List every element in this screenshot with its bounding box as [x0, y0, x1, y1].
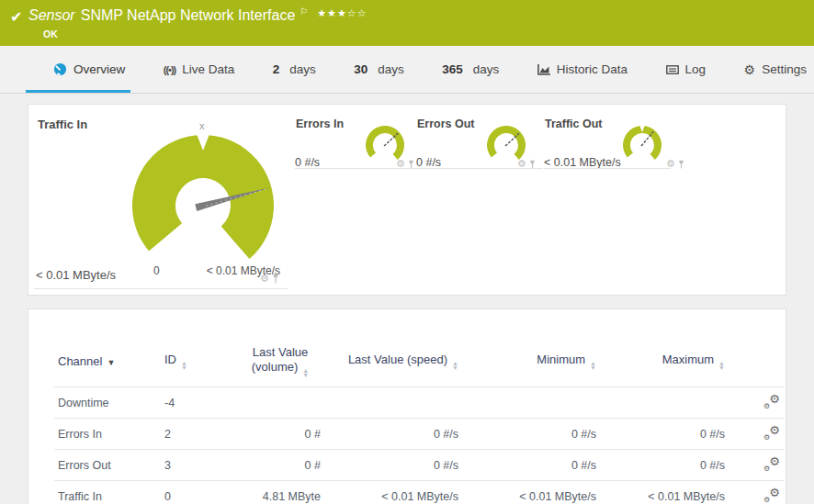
- channels-panel: Channel▼ ID▲▼ Last Value (volume)▲▼ Last…: [28, 308, 786, 504]
- edit-channel-gears-icon[interactable]: ⚙⚙: [763, 425, 780, 440]
- channel-volume: 4.81 MByte: [212, 481, 324, 504]
- traffic-in-gauge: [125, 132, 281, 270]
- tab-historic-data[interactable]: Historic Data: [537, 46, 627, 93]
- channel-maximum: 0 #/s: [600, 419, 729, 450]
- col-header-minimum-label: Minimum: [537, 353, 585, 366]
- gauge-errors-out-label: Errors Out: [417, 118, 475, 130]
- edit-channel-gears-icon[interactable]: ⚙⚙: [763, 487, 780, 502]
- tab-live-data-label: Live Data: [182, 62, 234, 76]
- sensor-tabbar: Overview ((•)) Live Data 2 days 30 days …: [0, 46, 814, 94]
- col-header-id-label: ID: [164, 353, 176, 366]
- col-header-maximum[interactable]: Maximum▲▼: [600, 339, 729, 387]
- gauge-errors-in-value: 0 #/s: [295, 156, 320, 169]
- channel-minimum: 0 #/s: [462, 419, 600, 450]
- tab-2-days-unit: days: [289, 62, 316, 76]
- priority-stars[interactable]: ★★★☆☆: [317, 7, 367, 18]
- gauge-errors-in-label: Errors In: [296, 118, 344, 130]
- gauge-traffic-in-label: Traffic In: [38, 118, 87, 131]
- pin-icon[interactable]: [678, 160, 684, 169]
- tab-log[interactable]: Log: [666, 46, 707, 93]
- channel-minimum: 0 #/s: [462, 450, 600, 481]
- channel-maximum: [600, 387, 729, 419]
- channel-name[interactable]: Errors Out: [54, 450, 161, 481]
- channel-id: -4: [161, 387, 212, 419]
- table-row-traffic-in[interactable]: Traffic In 0 4.81 MByte < 0.01 MByte/s <…: [54, 481, 784, 504]
- col-header-volume-line2: (volume): [252, 360, 299, 374]
- table-row-downtime[interactable]: Downtime -4 ⚙⚙: [54, 387, 784, 419]
- table-header-row: Channel▼ ID▲▼ Last Value (volume)▲▼ Last…: [54, 339, 784, 387]
- tab-365-days-number: 365: [442, 62, 463, 76]
- pin-icon[interactable]: [408, 160, 414, 169]
- table-row-errors-out[interactable]: Errors Out 3 0 # 0 #/s 0 #/s 0 #/s ⚙⚙: [54, 450, 784, 481]
- tab-historic-data-label: Historic Data: [557, 62, 627, 76]
- historic-chart-icon: [537, 64, 550, 75]
- log-icon: [666, 65, 679, 74]
- col-header-channel-label: Channel: [58, 354, 102, 368]
- channel-minimum: < 0.01 MByte/s: [462, 481, 600, 504]
- gauges-panel: Traffic In x 0 < 0.01 MByte/s < 0.01 MBy…: [28, 104, 786, 296]
- pin-icon[interactable]: [272, 274, 279, 284]
- flag-icon[interactable]: ⚐: [300, 6, 308, 17]
- tab-2-days-number: 2: [273, 62, 280, 76]
- col-header-channel[interactable]: Channel▼: [54, 339, 161, 387]
- tab-live-data[interactable]: ((•)) Live Data: [164, 46, 235, 93]
- channel-name[interactable]: Errors In: [54, 419, 161, 450]
- tab-30-days[interactable]: 30 days: [354, 46, 404, 93]
- live-data-icon: ((•)): [164, 64, 176, 75]
- col-header-actions: [729, 339, 784, 387]
- channel-speed: 0 #/s: [324, 419, 462, 450]
- sort-icon: ▲▼: [181, 361, 187, 370]
- channel-id: 2: [161, 419, 212, 450]
- tab-2-days[interactable]: 2 days: [273, 46, 316, 93]
- channel-name[interactable]: Downtime: [54, 387, 161, 419]
- table-row-errors-in[interactable]: Errors In 2 0 # 0 #/s 0 #/s 0 #/s ⚙⚙: [54, 419, 784, 450]
- col-header-id[interactable]: ID▲▼: [161, 339, 212, 387]
- channel-minimum: [462, 387, 600, 419]
- tab-overview[interactable]: Overview: [53, 46, 125, 93]
- divider: [34, 288, 288, 289]
- gauge-errors-out-value: 0 #/s: [416, 156, 441, 169]
- channel-volume: 0 #: [212, 450, 324, 481]
- status-ok-check-icon: ✔: [10, 8, 22, 26]
- page-title: SNMP NetApp Network Interface: [81, 7, 296, 23]
- sensor-status-header: ✔ SensorSNMP NetApp Network Interface⚐★★…: [0, 0, 814, 46]
- gauge-scale-min: 0: [153, 264, 160, 277]
- channel-speed: 0 #/s: [324, 450, 462, 481]
- channel-volume: [212, 387, 324, 419]
- status-badge: OK: [43, 28, 58, 39]
- tab-log-label: Log: [685, 62, 707, 76]
- sort-icon: ▲▼: [452, 361, 458, 370]
- pin-icon[interactable]: [529, 160, 536, 169]
- channel-name[interactable]: Traffic In: [54, 481, 161, 504]
- tab-overview-label: Overview: [73, 62, 125, 76]
- tab-settings[interactable]: ⚙ Settings: [744, 46, 807, 93]
- settings-gear-icon: ⚙: [744, 63, 756, 76]
- overview-gauge-icon: [53, 62, 67, 76]
- edit-channel-gears-icon[interactable]: ⚙⚙: [763, 456, 780, 471]
- channel-maximum: < 0.01 MByte/s: [600, 481, 729, 504]
- sort-icon: ▲▼: [590, 361, 596, 370]
- col-header-maximum-label: Maximum: [662, 353, 714, 366]
- tab-30-days-number: 30: [354, 62, 367, 76]
- channel-id: 0: [161, 481, 212, 504]
- col-header-last-value-volume[interactable]: Last Value (volume)▲▼: [212, 339, 324, 387]
- tab-settings-label: Settings: [762, 62, 807, 76]
- sort-desc-icon: ▼: [107, 358, 115, 367]
- gauge-traffic-out-value: < 0.01 MByte/s: [544, 156, 621, 169]
- gauge-gear-icon[interactable]: ⚙: [260, 274, 269, 284]
- tab-365-days[interactable]: 365 days: [442, 46, 499, 93]
- gauge-traffic-in-value: < 0.01 MByte/s: [36, 268, 116, 282]
- channel-speed: < 0.01 MByte/s: [324, 481, 462, 504]
- edit-channel-gears-icon[interactable]: ⚙⚙: [763, 394, 780, 409]
- tab-30-days-unit: days: [378, 62, 404, 76]
- gauge-traffic-in-tools: ⚙: [260, 274, 279, 284]
- col-header-minimum[interactable]: Minimum▲▼: [462, 339, 600, 387]
- col-header-volume-line1: Last Value: [240, 345, 321, 360]
- channels-table: Channel▼ ID▲▼ Last Value (volume)▲▼ Last…: [54, 339, 784, 504]
- channel-speed: [324, 387, 462, 419]
- channel-volume: 0 #: [212, 419, 324, 450]
- channel-id: 3: [161, 450, 212, 481]
- traffic-out-gauge: [622, 124, 662, 164]
- channel-maximum: 0 #/s: [600, 450, 729, 481]
- col-header-last-value-speed[interactable]: Last Value (speed)▲▼: [324, 339, 462, 387]
